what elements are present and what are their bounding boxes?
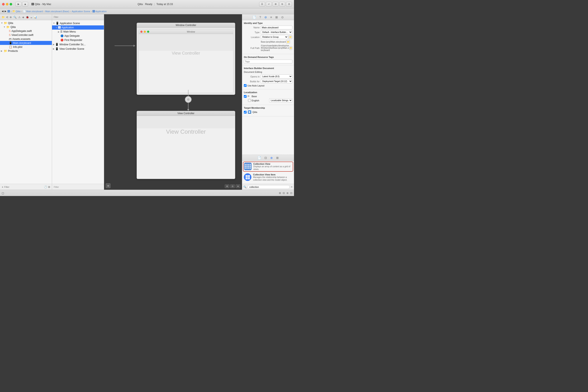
report-icon[interactable]: 📊: [33, 15, 37, 19]
zoom-fit-btn[interactable]: ⊞: [225, 184, 229, 188]
tree-item-infoplist[interactable]: 📋 Info.plist: [0, 45, 52, 49]
collection-view-desc: Displays an array of content as a grid o…: [253, 165, 292, 170]
obj-lib-icon4[interactable]: ⊞: [275, 156, 280, 160]
status-bar: ◻ ⊞ ⊟ ⊕ ⊡: [0, 190, 294, 196]
bc-item-0[interactable]: 🅰: [8, 10, 10, 12]
symbol-icon[interactable]: ⊕: [9, 15, 12, 19]
run-button[interactable]: ▶: [16, 2, 22, 6]
fullscreen-button[interactable]: [10, 3, 12, 6]
breakpoint-icon[interactable]: ⑉: [30, 15, 32, 19]
outline-application[interactable]: ▼ 🅰 Application: [52, 26, 104, 30]
window-controller-box: Window Controller Window View Controller: [136, 23, 235, 95]
fullpath-btn[interactable]: 📁: [290, 46, 292, 50]
outline-application-scene[interactable]: ▼ 📱 Application Scene: [52, 21, 104, 26]
collection-item-desc: Manages the relationship between a colle…: [253, 176, 292, 181]
builds-for-row: Builds for Deployment Target (10.12): [244, 79, 292, 83]
wc-window-label: Window: [150, 30, 232, 33]
obj-lib-icon2[interactable]: ⊡: [264, 156, 268, 160]
collection-view-text: Collection View Displays an array of con…: [253, 163, 292, 170]
panel-toggle[interactable]: ⊟: [286, 2, 292, 6]
minimize-button[interactable]: [6, 3, 8, 6]
autolayout-checkbox[interactable]: [244, 84, 246, 87]
outline-mainmenu[interactable]: ▶ ☰ Main Menu: [52, 30, 104, 34]
type-select[interactable]: Default - Interface Builder...: [261, 30, 292, 34]
tree-item-qiita-folder[interactable]: ▼ 📁 Qiita: [0, 25, 52, 29]
canvas-size-icon[interactable]: ⊞: [279, 192, 281, 194]
bc-item-5[interactable]: 🅰 Application: [92, 10, 106, 12]
inspector-toggle[interactable]: ☰: [259, 2, 265, 6]
obj-lib-icon3[interactable]: ⊕: [270, 156, 274, 160]
source-ctrl-icon[interactable]: ⑆: [6, 15, 8, 19]
bc-item-4[interactable]: Application Scene: [72, 10, 90, 12]
obj-lib-icon1[interactable]: 📄: [257, 156, 262, 160]
english-checkbox[interactable]: [248, 99, 251, 102]
zoom-out-btn[interactable]: ⊟: [230, 184, 235, 188]
object-library: 📄 ⊡ ⊕ ⊞ Collection View: [242, 155, 294, 190]
tree-item-appdelegate[interactable]: S AppDelegate.swift: [0, 29, 52, 33]
tree-item-mainstoryboard[interactable]: 📱 Main.storyboard: [0, 41, 52, 45]
segue-line-bottom: [188, 103, 188, 109]
localizable-strings-select[interactable]: Localizable Strings: [269, 98, 292, 102]
tree-item-viewcontroller[interactable]: S ViewController.swift: [0, 33, 52, 37]
test-icon[interactable]: ◈: [22, 15, 24, 19]
name-input[interactable]: [261, 26, 292, 30]
search-icon[interactable]: 🔍: [13, 15, 17, 19]
qiita-checkbox[interactable]: [244, 111, 246, 114]
inspector-connections-icon[interactable]: ⊙: [280, 15, 284, 19]
tree-item-root-qiita[interactable]: ▼ 📁 Qiita: [0, 21, 52, 25]
lib-search-input[interactable]: [248, 185, 290, 189]
collection-view-item[interactable]: Collection View Displays an array of con…: [243, 162, 293, 172]
base-checkbox[interactable]: [244, 95, 246, 98]
folder-icon[interactable]: 📁: [1, 15, 5, 19]
close-button[interactable]: [2, 3, 4, 6]
location-path-btn[interactable]: 📁: [286, 40, 290, 44]
window-controller-frame: Window Controller Window View Controller: [136, 23, 235, 95]
outline-firstresponder[interactable]: ▶ 🔴 First Responder: [52, 38, 104, 42]
bc-item-3[interactable]: Main.storyboard (Base): [45, 10, 69, 12]
navigator-toggle[interactable]: ↩: [266, 2, 272, 6]
collection-view-icon: [244, 163, 252, 170]
collection-view-item-row[interactable]: Collection View Item Manages the relatio…: [243, 172, 293, 182]
inspector-attributes-icon[interactable]: ≡: [270, 15, 273, 19]
inspector-quick-help-icon[interactable]: ?: [258, 15, 262, 19]
lib-search-clear[interactable]: ✕: [291, 186, 293, 188]
location-folder-btn[interactable]: 📁: [288, 35, 292, 39]
inspector-identity-icon[interactable]: ⊘: [264, 15, 268, 19]
separator: ›: [41, 3, 42, 6]
wc-minimize: [144, 31, 146, 33]
recent-icon[interactable]: 🕐: [44, 186, 47, 188]
builds-for-select[interactable]: Deployment Target (10.12): [261, 79, 292, 83]
canvas-zoom-icon[interactable]: ⊕: [286, 192, 288, 194]
opens-in-select[interactable]: Latest Xcode (8.0): [261, 74, 292, 78]
status-left-icon[interactable]: ◻: [2, 192, 4, 195]
tree-item-products[interactable]: ▶ 📁 Products: [0, 49, 52, 53]
window-title-area: Qiita : Ready | Today at 15:33: [53, 3, 258, 6]
tags-input[interactable]: [244, 60, 292, 63]
canvas-expand-btn[interactable]: ⊞: [106, 184, 110, 188]
outline-wc-scene[interactable]: ▶ 📱 Window Controller Sc...: [52, 42, 104, 46]
sidebar-filter-input[interactable]: [4, 186, 43, 188]
outline-appdelegate[interactable]: ▶ 🔵 App Delegate: [52, 34, 104, 38]
tree-item-assets[interactable]: 🗃 Assets.xcassets: [0, 37, 52, 41]
bc-item-2[interactable]: 📄 Main.storyboard: [23, 10, 43, 12]
bc-item-1[interactable]: 📁 Qiita: [12, 10, 20, 12]
split-toggle[interactable]: ⧉: [279, 2, 285, 6]
add-file-icon[interactable]: +: [2, 185, 3, 189]
zoom-in-btn[interactable]: ⊕: [236, 184, 240, 188]
canvas-area[interactable]: Window Controller Window View Controller: [104, 14, 242, 190]
outline-vc-scene[interactable]: ▶ 📱 View Controller Scene: [52, 46, 104, 51]
bc-sep-1: ›: [21, 10, 22, 12]
bc-sep-4: ›: [91, 10, 92, 12]
stop-button[interactable]: ■: [22, 2, 28, 6]
sidebar-filter-icon[interactable]: ⊞: [48, 186, 50, 188]
canvas-pan-icon[interactable]: ⊡: [290, 192, 292, 194]
inspector-file-icon[interactable]: 📄: [252, 15, 257, 19]
canvas-fit-icon[interactable]: ⊟: [283, 192, 285, 194]
warning-icon[interactable]: ⚠: [18, 15, 21, 19]
layout-toggle[interactable]: ⊞: [272, 2, 278, 6]
fullpath-row: Full Path /Users/maedataku/develop/swift…: [244, 44, 292, 52]
debug-icon[interactable]: 🐞: [26, 15, 30, 19]
inspector-size-icon[interactable]: ⊠: [274, 15, 279, 19]
vc-content: View Controller: [137, 128, 235, 179]
location-select[interactable]: Relative to Group: [261, 35, 288, 39]
